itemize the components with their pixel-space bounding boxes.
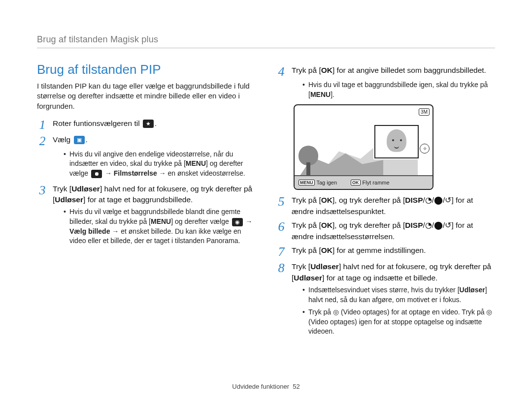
step-number: 5: [276, 195, 287, 208]
nav-icons: /◔/⬤/↺: [423, 221, 451, 229]
step-1-text: Roter funtionsvælgeren til: [53, 119, 142, 127]
ok-label: OK: [321, 66, 332, 74]
shutter-label: Udløser: [71, 185, 100, 193]
step-8-note-1: Indsættelsesvinduet vises større, hvis d…: [302, 285, 495, 305]
ok-label: OK: [321, 196, 332, 204]
menu-label: MENU: [151, 217, 171, 225]
step-2-text: Vælg: [53, 135, 73, 144]
filmsize-label: Filmstørrelse: [114, 169, 157, 177]
preview-menu-action: MENU Tag igen: [299, 180, 337, 185]
step-2: 2 Vælg ▣.: [37, 134, 256, 148]
menu-chip: MENU: [299, 180, 315, 185]
step-1: 1 Roter funtionsvælgeren til ★.: [37, 118, 256, 131]
choose-image-label: Vælg billede: [69, 227, 110, 235]
step-number: 2: [37, 134, 48, 148]
disp-label: DISP: [405, 196, 423, 204]
step-7: 7 Tryk på [OK] for at gemme indstillinge…: [276, 245, 495, 258]
step-number: 7: [276, 245, 287, 258]
page-title: Brug af tilstanden PIP: [37, 62, 256, 77]
ok-label: OK: [321, 221, 332, 229]
step-4: 4 Tryk på [OK] for at angive billedet so…: [276, 65, 495, 78]
left-column: Brug af tilstanden PIP I tilstanden PIP …: [37, 62, 256, 339]
shutter-label: Udløser: [294, 274, 322, 282]
header-rule: [37, 48, 495, 48]
step-number: 4: [276, 65, 287, 78]
menu-action-text: Tag igen: [317, 180, 337, 185]
step-number: 3: [37, 184, 48, 197]
step-4-note: Hvis du vil tage et baggrundsbillede ige…: [302, 80, 495, 99]
intro-text: I tilstanden PIP kan du tage eller vælge…: [37, 81, 256, 111]
step-number: 8: [276, 261, 287, 275]
arrow-icon: →: [105, 169, 112, 177]
step-2-note: Hvis du vil angive den endelige videostø…: [64, 150, 256, 179]
step-number: 1: [37, 118, 48, 131]
ok-chip: OK: [351, 180, 361, 185]
breadcrumb: Brug af tilstanden Magisk plus: [37, 34, 495, 45]
step-8: 8 Tryk [Udløser] halvt ned for at fokuse…: [276, 261, 495, 283]
ok-label: OK: [321, 246, 332, 254]
footer-section: Udvidede funktioner: [232, 383, 289, 390]
step-6: 6 Tryk på [OK], og tryk derefter på [DIS…: [276, 220, 495, 242]
pip-inset-window: [374, 125, 419, 158]
mode-dial-icon: ★: [143, 120, 154, 128]
arrow-icon: →: [246, 217, 253, 225]
step-8-note-2: Tryk på ◎ (Video optages) for at optage …: [302, 308, 495, 337]
footer-page-number: 52: [293, 383, 299, 390]
shutter-label: Udløser: [460, 286, 485, 294]
page-footer: Udvidede funktioner 52: [0, 383, 532, 390]
step-5: 5 Tryk på [OK], og tryk derefter på [DIS…: [276, 195, 495, 217]
preview-ok-action: OK Flyt ramme: [351, 180, 390, 185]
step-number: 6: [276, 220, 287, 233]
step-3: 3 Tryk [Udløser] halvt ned for at fokuse…: [37, 184, 256, 206]
menu-label: MENU: [186, 159, 206, 167]
ok-action-text: Flyt ramme: [363, 180, 390, 185]
movie-icon: ⏺: [91, 170, 102, 178]
shutter-label: Udløser: [310, 262, 339, 271]
pip-mode-icon: ▣: [74, 136, 85, 144]
resolution-badge: 3M: [419, 108, 430, 116]
camera-icon: ◉: [232, 218, 243, 226]
menu-label: MENU: [310, 91, 331, 98]
shutter-label: Udløser: [55, 195, 83, 204]
disp-label: DISP: [405, 221, 423, 229]
camera-preview-illustration: 3M ✧ MENU Tag igen OK Flyt ramme: [294, 104, 433, 190]
right-column: 4 Tryk på [OK] for at angive billedet so…: [276, 62, 495, 339]
preview-status-bar: MENU Tag igen OK Flyt ramme: [295, 176, 432, 189]
nav-icons: /◔/⬤/↺: [423, 196, 451, 204]
step-3-note: Hvis du vil vælge et baggrundsbillede bl…: [64, 207, 256, 246]
